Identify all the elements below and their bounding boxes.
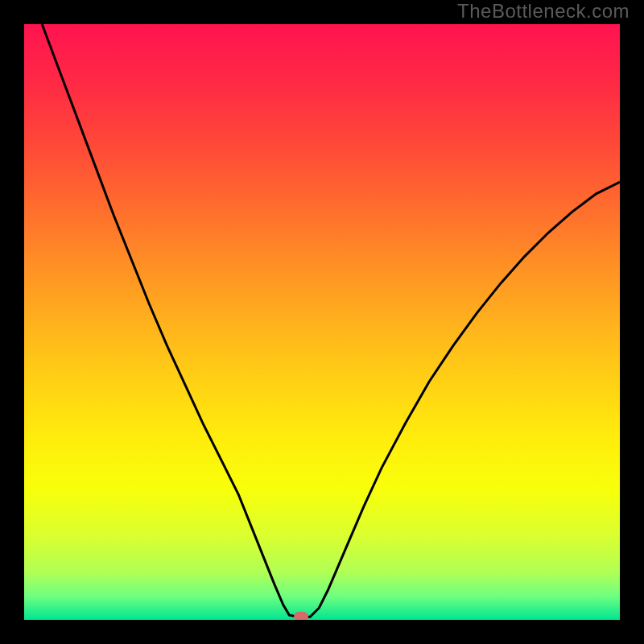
gradient-background bbox=[24, 24, 620, 620]
chart-svg bbox=[24, 24, 620, 620]
curve-minimum-marker bbox=[294, 612, 308, 620]
watermark-text: TheBottleneck.com bbox=[457, 0, 630, 23]
plot-area bbox=[24, 24, 620, 620]
chart-container: TheBottleneck.com bbox=[0, 0, 644, 644]
